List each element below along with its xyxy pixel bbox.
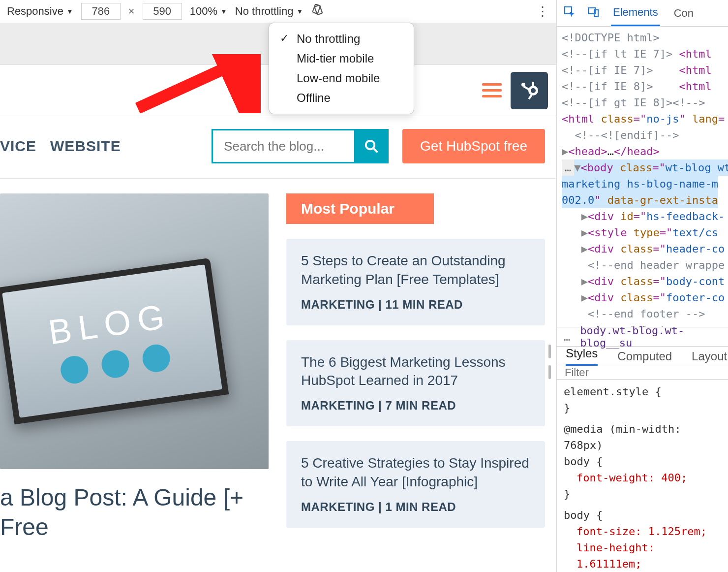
tab-layout[interactable]: Layout (692, 350, 727, 363)
chevron-down-icon: ▼ (220, 7, 227, 15)
viewport-height-input[interactable] (143, 3, 182, 20)
most-popular-heading: Most Popular (286, 193, 434, 224)
hero-text: BLOG (46, 296, 174, 352)
device-mode-label: Responsive (7, 5, 63, 18)
svg-point-5 (531, 88, 536, 93)
zoom-dropdown[interactable]: 100% ▼ (190, 5, 227, 18)
throttling-menu: No throttling Mid-tier mobile Low-end mo… (269, 23, 414, 114)
chevron-down-icon: ▼ (296, 7, 303, 15)
card-title: 5 Creative Strategies to Stay Inspired t… (301, 454, 530, 491)
search-input[interactable] (212, 129, 354, 163)
card-title: The 6 Biggest Marketing Lessons HubSpot … (301, 353, 530, 390)
panel-resize-handle[interactable] (546, 345, 553, 379)
throttling-dropdown[interactable]: No throttling ▼ (235, 5, 303, 18)
tab-console[interactable]: Con (672, 1, 696, 26)
rotate-icon[interactable] (311, 3, 324, 19)
dimension-separator: × (128, 5, 135, 18)
card-meta: MARKETING | 7 MIN READ (301, 399, 530, 413)
card-meta: MARKETING | 1 MIN READ (301, 500, 530, 514)
throttling-label: No throttling (235, 5, 294, 18)
hamburger-icon[interactable] (482, 83, 502, 97)
search-icon (364, 139, 379, 154)
css-rules[interactable]: element.style { } @media (min-width: 768… (557, 380, 728, 572)
svg-point-9 (366, 141, 375, 150)
throttling-option-none[interactable]: No throttling (269, 29, 414, 49)
search-button[interactable] (354, 129, 389, 163)
card-title: 5 Steps to Create an Outstanding Marketi… (301, 252, 530, 289)
device-mode-dropdown[interactable]: Responsive ▼ (7, 5, 73, 18)
toggle-device-icon[interactable] (587, 6, 599, 21)
nav-link-website[interactable]: WEBSITE (50, 138, 121, 155)
hubspot-logo[interactable] (511, 72, 548, 109)
tab-styles[interactable]: Styles (566, 347, 598, 366)
svg-rect-7 (532, 82, 534, 87)
popular-card[interactable]: 5 Creative Strategies to Stay Inspired t… (286, 441, 545, 528)
nav-row: VICE WEBSITE Get HubSpot free (0, 116, 556, 179)
throttling-option-offline[interactable]: Offline (269, 88, 414, 108)
throttling-option-midtier[interactable]: Mid-tier mobile (269, 49, 414, 68)
chevron-down-icon: ▼ (66, 7, 73, 15)
inspect-element-icon[interactable] (564, 6, 576, 21)
tab-elements[interactable]: Elements (611, 0, 660, 26)
devtools-panel: Elements Con <!DOCTYPE html> <!--[if lt … (556, 0, 728, 572)
popular-card[interactable]: 5 Steps to Create an Outstanding Marketi… (286, 239, 545, 325)
device-toolbar: Responsive ▼ × 100% ▼ No throttling ▼ ⋮ (0, 0, 556, 23)
article-hero-image: BLOG (0, 193, 269, 469)
more-options-icon[interactable]: ⋮ (536, 8, 549, 15)
cta-button[interactable]: Get HubSpot free (402, 129, 545, 163)
zoom-label: 100% (190, 5, 217, 18)
styles-filter-input[interactable] (557, 366, 728, 380)
nav-link-service[interactable]: VICE (0, 138, 36, 155)
svg-rect-8 (528, 94, 532, 99)
card-meta: MARKETING | 11 MIN READ (301, 298, 530, 312)
throttling-option-lowend[interactable]: Low-end mobile (269, 68, 414, 88)
article-title[interactable]: a Blog Post: A Guide [+ Free (0, 483, 269, 542)
viewport-width-input[interactable] (81, 3, 121, 20)
popular-card[interactable]: The 6 Biggest Marketing Lessons HubSpot … (286, 340, 545, 427)
dom-breadcrumb[interactable]: … body.wt-blog.wt-blog__su (557, 327, 728, 347)
svg-line-10 (373, 148, 378, 153)
tab-computed[interactable]: Computed (617, 350, 672, 363)
dom-tree[interactable]: <!DOCTYPE html> <!--[if lt IE 7]> <html … (557, 27, 728, 327)
